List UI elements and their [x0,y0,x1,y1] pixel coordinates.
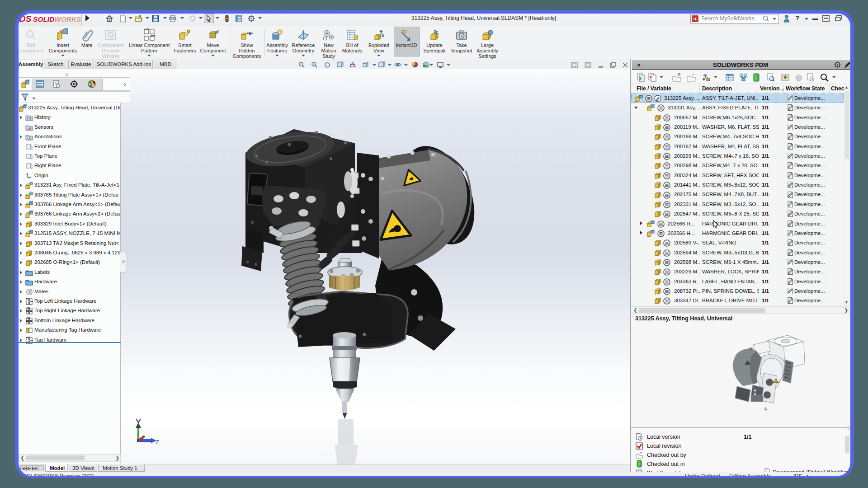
svg-text:A: A [28,137,31,140]
svg-text:Z: Z [156,439,159,446]
